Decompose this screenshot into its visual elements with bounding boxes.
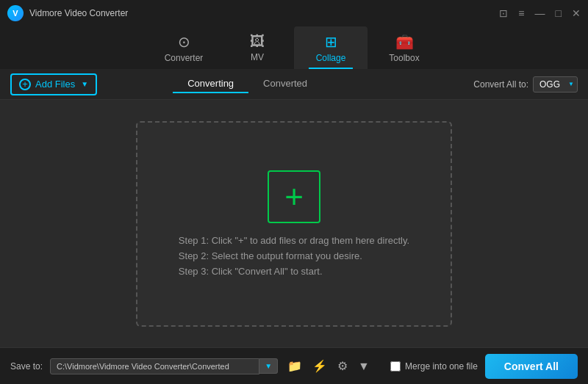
menu-icon[interactable]: ≡ [518, 7, 524, 19]
instruction-step3: Step 3: Click "Convert All" to start. [179, 266, 409, 277]
add-files-plus-icon: + [19, 79, 31, 90]
maximize-icon[interactable]: □ [556, 7, 562, 19]
format-select[interactable]: OGG MP4 MKV AVI MOV MP3 AAC [533, 76, 578, 93]
tab-mv-label: MV [251, 52, 264, 62]
collage-icon: ⊞ [325, 33, 337, 51]
settings-icon[interactable]: ⚙ [335, 357, 350, 375]
titlebar-controls: ⊡ ≡ — □ ✕ [499, 7, 581, 19]
toolbar-tabs: Converting Converted [173, 75, 322, 93]
instruction-step2: Step 2: Select the output format you des… [179, 250, 409, 261]
tab-collage-label: Collage [316, 53, 346, 63]
flash-icon[interactable]: ⚡ [310, 357, 329, 375]
close-icon[interactable]: ✕ [572, 7, 581, 19]
add-files-plus-box[interactable]: + [268, 170, 320, 223]
add-files-dropdown-arrow[interactable]: ▼ [81, 80, 88, 88]
toolbar-tab-converting[interactable]: Converting [173, 75, 248, 93]
toolbox-icon: 🧰 [395, 33, 414, 51]
settings-dropdown-icon[interactable]: ▼ [356, 358, 372, 375]
tab-collage[interactable]: ⊞ Collage [294, 26, 368, 69]
tab-converter[interactable]: ⊙ Converter [147, 26, 220, 69]
app-logo: V [7, 5, 24, 21]
convert-all-button[interactable]: Convert All [485, 354, 578, 379]
tab-mv[interactable]: 🖼 MV [220, 26, 294, 69]
save-path-wrapper: ▼ [50, 358, 278, 374]
save-to-label: Save to: [10, 361, 43, 372]
toolbar-tab-converted[interactable]: Converted [248, 75, 322, 93]
bottom-icons: 📁 ⚡ ⚙ ▼ [285, 357, 372, 375]
instructions: Step 1: Click "+" to add files or drag t… [157, 235, 431, 277]
converter-icon: ⊙ [178, 33, 190, 51]
instruction-step1: Step 1: Click "+" to add files or drag t… [179, 235, 409, 246]
drop-zone[interactable]: + Step 1: Click "+" to add files or drag… [136, 121, 452, 327]
convert-all-to-label: Convert All to: [473, 79, 528, 90]
titlebar-left: V Vidmore Video Converter [7, 5, 128, 21]
minimize-icon[interactable]: — [535, 7, 545, 19]
tab-converter-label: Converter [165, 53, 204, 63]
chat-icon[interactable]: ⊡ [499, 7, 508, 19]
toolbar: + Add Files ▼ Converting Converted Conve… [0, 69, 588, 100]
folder-icon[interactable]: 📁 [285, 357, 304, 375]
bottom-bar: Save to: ▼ 📁 ⚡ ⚙ ▼ Merge into one file C… [0, 347, 588, 384]
main-area: + Step 1: Click "+" to add files or drag… [0, 100, 588, 347]
save-path-dropdown-button[interactable]: ▼ [259, 358, 278, 374]
merge-label: Merge into one file [390, 361, 478, 372]
add-files-button[interactable]: + Add Files ▼ [10, 73, 97, 95]
merge-checkbox[interactable] [390, 361, 401, 372]
tab-toolbox[interactable]: 🧰 Toolbox [368, 26, 441, 69]
titlebar: V Vidmore Video Converter ⊡ ≡ — □ ✕ [0, 0, 588, 26]
merge-text: Merge into one file [405, 361, 478, 372]
tab-toolbox-label: Toolbox [389, 53, 419, 63]
tab-nav: ⊙ Converter 🖼 MV ⊞ Collage 🧰 Toolbox [0, 26, 588, 69]
format-select-wrapper: OGG MP4 MKV AVI MOV MP3 AAC [533, 76, 578, 93]
mv-icon: 🖼 [250, 33, 265, 50]
convert-all-to-section: Convert All to: OGG MP4 MKV AVI MOV MP3 … [473, 76, 578, 93]
app-title: Vidmore Video Converter [29, 8, 128, 18]
add-files-label: Add Files [35, 79, 75, 90]
save-path-input[interactable] [50, 358, 259, 374]
